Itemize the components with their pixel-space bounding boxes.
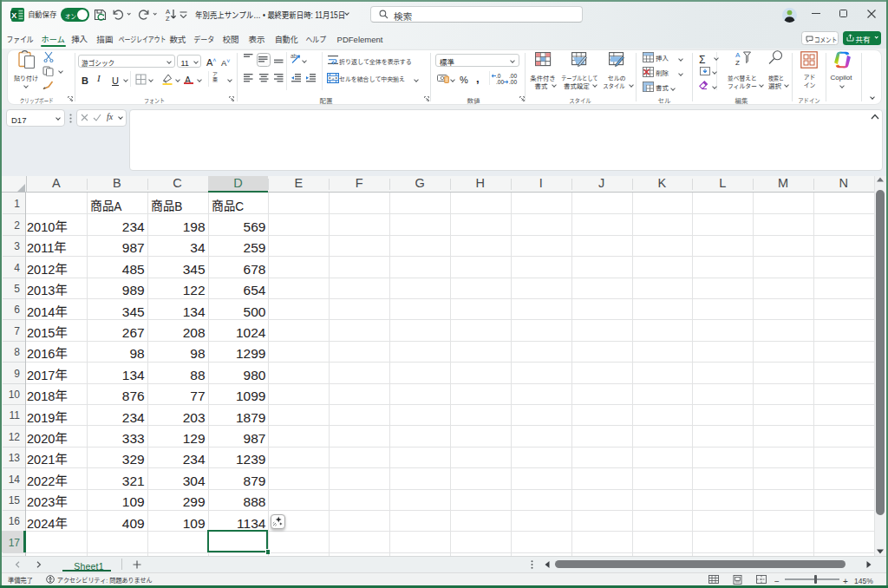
- svg-text:X: X: [11, 10, 17, 20]
- svg-text:Z: Z: [166, 15, 170, 22]
- svg-text:Z: Z: [735, 59, 740, 66]
- svg-text:A: A: [735, 51, 741, 59]
- svg-text:ab: ab: [291, 53, 297, 59]
- svg-text:a: a: [332, 76, 335, 81]
